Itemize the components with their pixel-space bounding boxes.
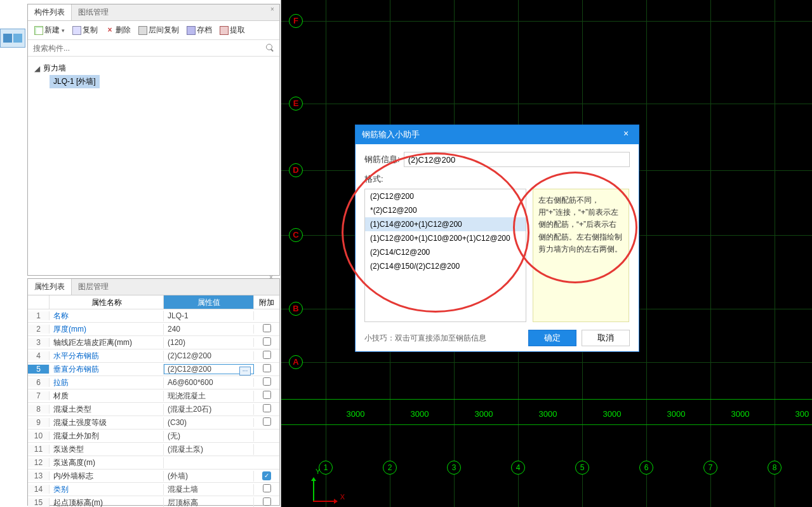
tree-item-jlq1[interactable]: JLQ-1 [外墙]: [50, 75, 100, 88]
property-row[interactable]: 3轴线距左墙皮距离(mm)(120): [28, 336, 279, 349]
col-name: 属性名称: [50, 295, 164, 309]
mode-icon-1[interactable]: [3, 34, 12, 43]
panel-close-icon[interactable]: ×: [268, 6, 277, 15]
tree-root-shearwall[interactable]: ◢ 剪力墙: [34, 62, 273, 75]
new-icon: [34, 26, 43, 35]
property-row[interactable]: 15起点顶标高(m)层顶标高: [28, 496, 279, 507]
property-row[interactable]: 13内/外墙标志(外墙)✓: [28, 470, 279, 483]
mini-toolbar: [0, 29, 25, 48]
format-option[interactable]: (2)C14/C12@200: [365, 245, 526, 259]
more-icon[interactable]: ···: [239, 367, 251, 375]
dialog-title: 钢筋输入小助手: [362, 129, 420, 140]
axis-number: 2: [383, 461, 397, 475]
ok-button[interactable]: 确定: [528, 330, 576, 346]
property-row[interactable]: 9混凝土强度等级(C30): [28, 416, 279, 429]
add-checkbox[interactable]: [263, 351, 271, 359]
axis-letter: A: [289, 355, 303, 369]
axis-number: 7: [703, 461, 717, 475]
dialog-titlebar[interactable]: 钢筋输入小助手 ×: [356, 125, 639, 144]
copy-button[interactable]: 复制: [70, 24, 100, 37]
coord-axis: Y X: [313, 477, 338, 502]
cancel-button[interactable]: 取消: [582, 330, 630, 346]
property-row[interactable]: 7材质现浇混凝土: [28, 389, 279, 403]
dimension-text: 3000: [411, 409, 429, 419]
property-header: 属性名称 属性值 附加: [28, 295, 279, 309]
collapse-icon[interactable]: ◢: [34, 64, 41, 73]
tab-props[interactable]: 属性列表: [28, 279, 72, 295]
format-option[interactable]: (1)C12@200+(1)C10@200+(1)C12@200: [365, 231, 526, 245]
axis-letter: E: [289, 97, 303, 111]
new-button[interactable]: 新建▾: [32, 24, 67, 37]
dimension-text: 3000: [347, 409, 365, 419]
axis-number: 3: [447, 461, 461, 475]
add-checkbox[interactable]: [263, 337, 271, 346]
axis-number: 6: [639, 461, 653, 475]
dimension-text: 3000: [603, 409, 622, 419]
axis-x-label: X: [340, 493, 345, 501]
col-value[interactable]: 属性值: [164, 295, 254, 309]
axis-y-label: Y: [316, 468, 320, 475]
property-panel: × 属性列表 图层管理 属性名称 属性值 附加 1名称JLQ-12厚度(mm)2…: [27, 278, 280, 506]
search-row: [28, 40, 279, 57]
rebar-helper-dialog: 钢筋输入小助手 × 钢筋信息: 格式: (2)C12@200*(2)C12@20…: [355, 125, 639, 352]
close-icon[interactable]: ×: [620, 128, 632, 141]
property-row[interactable]: 1名称JLQ-1: [28, 309, 279, 323]
rebar-info-input[interactable]: [404, 152, 630, 167]
dimension-text: 3000: [539, 409, 557, 419]
floorcopy-button[interactable]: 层间复制: [136, 24, 182, 37]
axis-number: 8: [768, 461, 782, 475]
delete-icon: ×: [105, 26, 114, 35]
save-icon: [187, 26, 196, 35]
property-row[interactable]: 12泵送高度(m): [28, 456, 279, 470]
info-label: 钢筋信息:: [364, 154, 400, 165]
component-tree: ◢ 剪力墙 JLQ-1 [外墙]: [28, 57, 279, 93]
add-checkbox[interactable]: [263, 364, 271, 372]
add-checkbox[interactable]: [263, 404, 271, 412]
left-panel: × 构件列表 图纸管理 新建▾ 复制 ×删除 层间复制 存档 提取 ◢ 剪力墙 …: [0, 0, 281, 507]
tab-layers[interactable]: 图层管理: [72, 279, 115, 295]
panel-close-icon[interactable]: ×: [269, 274, 277, 281]
format-list[interactable]: (2)C12@200*(2)C12@200(1)C14@200+(1)C12@2…: [364, 189, 526, 322]
property-row[interactable]: 4水平分布钢筋(2)C12@200: [28, 349, 279, 363]
format-option[interactable]: (2)C14@150/(2)C12@200: [365, 259, 526, 273]
add-checkbox[interactable]: [263, 484, 271, 492]
tab-components[interactable]: 构件列表: [28, 4, 72, 20]
property-row[interactable]: 6拉筋A6@600*600: [28, 376, 279, 389]
add-checkbox[interactable]: [263, 391, 271, 399]
chevron-down-icon: ▾: [62, 27, 65, 34]
format-option[interactable]: (2)C12@200: [365, 189, 526, 203]
add-checkbox[interactable]: [263, 377, 271, 386]
tab-drawings[interactable]: 图纸管理: [72, 4, 115, 20]
property-row[interactable]: 2厚度(mm)240: [28, 323, 279, 336]
bottom-tabs: 属性列表 图层管理: [28, 279, 279, 295]
search-icon[interactable]: [265, 43, 276, 53]
axis-letter: B: [289, 302, 303, 316]
format-description: 左右侧配筋不同，用“+”连接，“+”前表示左侧的配筋，“+”后表示右侧的配筋。左…: [533, 189, 629, 322]
save-button[interactable]: 存档: [184, 24, 215, 37]
extract-button[interactable]: 提取: [217, 24, 248, 37]
component-panel: × 构件列表 图纸管理 新建▾ 复制 ×删除 层间复制 存档 提取 ◢ 剪力墙 …: [27, 4, 280, 276]
property-body: 1名称JLQ-12厚度(mm)2403轴线距左墙皮距离(mm)(120)4水平分…: [28, 309, 279, 507]
format-label: 格式:: [364, 173, 630, 185]
search-input[interactable]: [32, 43, 265, 54]
property-row[interactable]: 14类别混凝土墙: [28, 483, 279, 496]
property-row[interactable]: 8混凝土类型(混凝土20石): [28, 403, 279, 416]
format-option[interactable]: *(2)C12@200: [365, 203, 526, 217]
dimension-text: 3000: [475, 409, 493, 419]
delete-button[interactable]: ×删除: [103, 24, 133, 37]
axis-letter: F: [289, 14, 303, 28]
format-option[interactable]: (1)C14@200+(1)C12@200: [365, 217, 526, 231]
add-checkbox[interactable]: [263, 497, 271, 506]
extract-icon: [220, 26, 229, 35]
col-add: 附加: [254, 295, 279, 309]
property-row[interactable]: 10混凝土外加剂(无): [28, 429, 279, 443]
property-row[interactable]: 5垂直分布钢筋(2)C12@200···: [28, 363, 279, 376]
mode-icon-2[interactable]: [13, 34, 22, 43]
property-row[interactable]: 11泵送类型(混凝土泵): [28, 443, 279, 456]
axis-number: 1: [319, 461, 333, 475]
add-checkbox[interactable]: [263, 324, 271, 332]
floorcopy-icon: [138, 26, 147, 35]
dimension-text: 3000: [731, 409, 750, 419]
add-checkbox[interactable]: [263, 417, 271, 426]
dialog-tip: 小技巧：双击可直接添加至钢筋信息: [364, 333, 486, 344]
